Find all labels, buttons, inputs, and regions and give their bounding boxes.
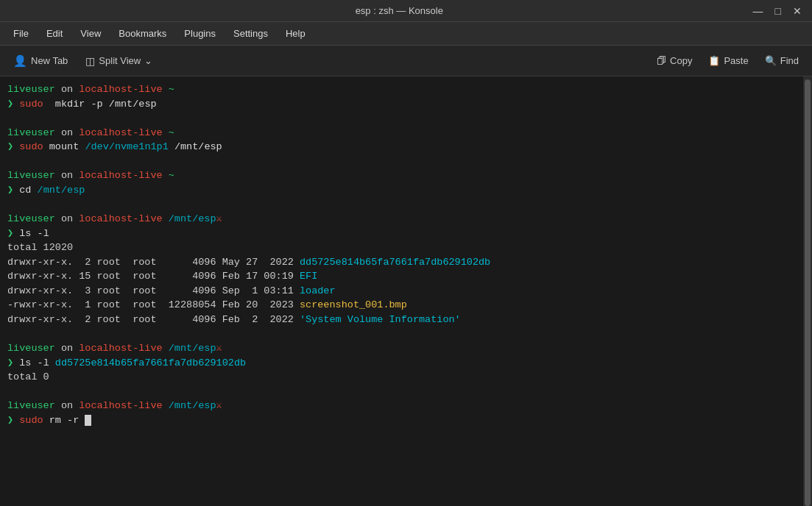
terminal-line: -rwxr-xr-x. 1 root root 12288054 Feb 20 … — [7, 298, 796, 313]
copy-button[interactable]: 🗍 Copy — [649, 51, 699, 70]
window-controls: — □ ✕ — [749, 4, 806, 18]
menu-plugins[interactable]: Plugins — [177, 25, 223, 42]
scrollbar-thumb[interactable] — [805, 79, 811, 506]
terminal-line: total 12020 — [7, 240, 796, 255]
terminal-line: total 0 — [7, 370, 796, 385]
terminal-line: ❯ sudo rm -r — [7, 413, 796, 428]
title-bar: esp : zsh — Konsole — □ ✕ — [0, 0, 812, 22]
find-button[interactable]: 🔍 Find — [758, 51, 806, 70]
menu-edit[interactable]: Edit — [39, 25, 70, 42]
terminal-line: drwxr-xr-x. 2 root root 4096 May 27 2022… — [7, 255, 796, 270]
terminal-line: liveuser on localhost-live ~ — [7, 126, 796, 140]
menu-file[interactable]: File — [6, 25, 36, 42]
menu-settings[interactable]: Settings — [226, 25, 275, 42]
new-tab-icon: 👤 — [13, 54, 27, 68]
terminal-line: drwxr-xr-x. 15 root root 4096 Feb 17 00:… — [7, 269, 796, 284]
menu-help[interactable]: Help — [278, 25, 313, 42]
terminal-line: drwxr-xr-x. 2 root root 4096 Feb 2 2022 … — [7, 313, 796, 327]
maximize-button[interactable]: □ — [771, 4, 785, 18]
new-tab-button[interactable]: 👤 New Tab — [6, 51, 75, 71]
terminal-output[interactable]: liveuser on localhost-live ~ ❯ sudo mkdi… — [0, 76, 803, 506]
terminal-line — [7, 385, 796, 399]
minimize-button[interactable]: — — [749, 4, 768, 18]
terminal-line — [7, 198, 796, 213]
split-view-chevron-icon: ⌄ — [144, 55, 152, 66]
terminal-line: liveuser on localhost-live /mnt/esp⚔ — [7, 399, 796, 413]
window-title: esp : zsh — Konsole — [50, 5, 749, 16]
split-view-icon: ◫ — [85, 55, 95, 67]
terminal-line — [7, 154, 796, 169]
copy-icon: 🗍 — [657, 55, 666, 66]
terminal-line: ❯ ls -l — [7, 227, 796, 241]
paste-icon: 📋 — [708, 55, 720, 66]
menu-view[interactable]: View — [73, 25, 108, 42]
toolbar-right-actions: 🗍 Copy 📋 Paste 🔍 Find — [649, 51, 806, 70]
terminal-line: ❯ ls -l dd5725e814b65fa7661fa7db629102db — [7, 356, 796, 371]
terminal-line: drwxr-xr-x. 3 root root 4096 Sep 1 03:11… — [7, 284, 796, 299]
scrollbar[interactable] — [803, 76, 812, 506]
terminal-line: ❯ cd /mnt/esp — [7, 183, 796, 198]
toolbar: 👤 New Tab ◫ Split View ⌄ 🗍 Copy 📋 Paste … — [0, 46, 812, 76]
terminal-container: liveuser on localhost-live ~ ❯ sudo mkdi… — [0, 76, 812, 506]
terminal-line: ❯ sudo mount /dev/nvme1n1p1 /mnt/esp — [7, 140, 796, 154]
terminal-line: liveuser on localhost-live ~ — [7, 82, 796, 97]
terminal-line: ❯ sudo mkdir -p /mnt/esp — [7, 97, 796, 112]
find-icon: 🔍 — [765, 55, 777, 66]
split-view-button[interactable]: ◫ Split View ⌄ — [78, 51, 160, 71]
terminal-line: liveuser on localhost-live ~ — [7, 168, 796, 183]
menu-bookmarks[interactable]: Bookmarks — [111, 25, 174, 42]
terminal-line — [7, 327, 796, 342]
menu-bar: File Edit View Bookmarks Plugins Setting… — [0, 22, 812, 46]
terminal-line: liveuser on localhost-live /mnt/esp⚔ — [7, 341, 796, 356]
terminal-line: liveuser on localhost-live /mnt/esp⚔ — [7, 212, 796, 227]
terminal-line — [7, 111, 796, 126]
close-button[interactable]: ✕ — [788, 4, 806, 18]
paste-button[interactable]: 📋 Paste — [701, 51, 755, 70]
